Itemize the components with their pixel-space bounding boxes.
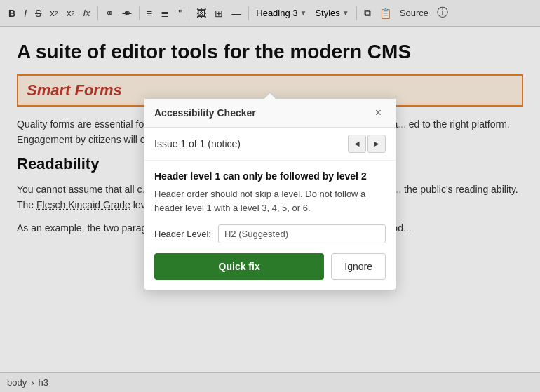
modal-issue-title: Header level 1 can only be followed by l…	[154, 170, 386, 182]
quick-fix-button[interactable]: Quick fix	[154, 253, 324, 280]
modal-field-input[interactable]	[218, 224, 386, 243]
ignore-button[interactable]: Ignore	[331, 253, 386, 280]
modal-prev-button[interactable]: ◄	[348, 135, 366, 153]
modal-overlay: Accessibility Checker × Issue 1 of 1 (no…	[0, 0, 540, 392]
modal-field-row: Header Level:	[154, 224, 386, 243]
accessibility-checker-modal: Accessibility Checker × Issue 1 of 1 (no…	[144, 98, 396, 290]
modal-nav: Issue 1 of 1 (notice) ◄ ►	[144, 128, 396, 161]
modal-issue-description: Header order should not skip a level. Do…	[154, 187, 386, 215]
modal-nav-buttons: ◄ ►	[348, 135, 386, 153]
modal-next-button[interactable]: ►	[367, 135, 386, 153]
modal-actions: Quick fix Ignore	[154, 253, 386, 280]
modal-header: Accessibility Checker ×	[144, 99, 396, 128]
modal-issue-counter: Issue 1 of 1 (notice)	[154, 138, 241, 149]
modal-close-button[interactable]: ×	[371, 106, 386, 120]
modal-body: Header level 1 can only be followed by l…	[144, 161, 396, 290]
modal-title: Accessibility Checker	[154, 107, 256, 119]
modal-field-label: Header Level:	[154, 229, 211, 239]
